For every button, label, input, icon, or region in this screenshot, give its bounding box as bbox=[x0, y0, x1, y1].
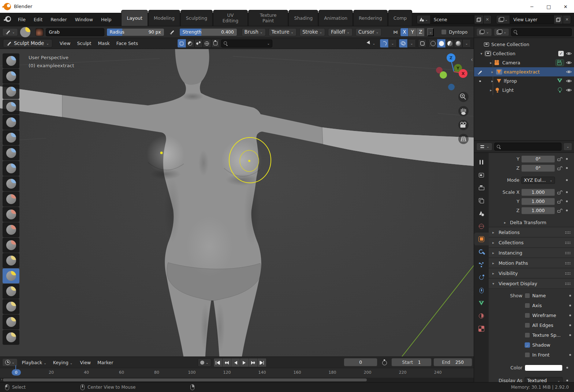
playhead[interactable] bbox=[15, 365, 16, 371]
properties-tab[interactable] bbox=[474, 233, 489, 245]
outliner-row[interactable]: ▾ Collection ✓ bbox=[474, 49, 574, 58]
paint-symmetry-icon[interactable] bbox=[194, 39, 203, 48]
mode-selector[interactable]: Sculpt Mode ⌄ bbox=[3, 39, 52, 48]
outliner-search-input[interactable] bbox=[511, 28, 572, 36]
previous-keyframe-button[interactable] bbox=[223, 358, 231, 367]
properties-tab[interactable] bbox=[474, 169, 489, 181]
timeline-menu-dropdown[interactable]: Playback ⌄ bbox=[19, 358, 49, 367]
animate-decorator[interactable] bbox=[565, 367, 569, 369]
show-gizmo-toggle[interactable] bbox=[380, 39, 388, 48]
popover-button[interactable]: Cursor⌄ bbox=[355, 28, 381, 36]
workspace-tab[interactable]: Sculpting bbox=[180, 10, 213, 26]
outliner-filter-button[interactable]: ⌄ bbox=[494, 28, 510, 36]
lock-icon[interactable] bbox=[557, 208, 563, 213]
properties-tab[interactable] bbox=[474, 309, 489, 322]
display-option-checkbox[interactable]: ✓ bbox=[525, 332, 530, 338]
brush-texture-thumbnail[interactable] bbox=[36, 28, 44, 36]
end-frame-field[interactable]: End250 bbox=[433, 358, 472, 366]
display-option-checkbox[interactable]: ✓ bbox=[525, 323, 530, 328]
minimize-button[interactable]: ─ bbox=[523, 0, 540, 13]
view-layer-remove-button[interactable]: ✕ bbox=[563, 15, 571, 24]
sculpt-tool-button[interactable] bbox=[3, 53, 19, 68]
view-layer-copy-button[interactable] bbox=[554, 15, 563, 24]
sculpt-tool-button[interactable] bbox=[3, 84, 19, 99]
properties-tab[interactable] bbox=[474, 258, 489, 271]
disclosure-triangle-icon[interactable]: ▸ bbox=[490, 70, 495, 74]
sculpt-tool-button[interactable] bbox=[3, 207, 19, 222]
animate-decorator[interactable] bbox=[568, 314, 572, 316]
outliner-editor-type-button[interactable]: ⌄ bbox=[476, 28, 492, 36]
rotation-mode-dropdown[interactable]: XYZ Eul...⌄ bbox=[521, 177, 555, 184]
properties-tab[interactable] bbox=[474, 181, 489, 194]
outliner-row[interactable]: ▸ Light bbox=[474, 86, 574, 95]
display-option-checkbox[interactable]: ✓ bbox=[525, 313, 530, 318]
timeline-ruler[interactable]: 0 20 40 60 80 100 bbox=[0, 368, 474, 378]
delta-transform-subpanel[interactable]: ▸Delta Transform bbox=[489, 218, 574, 227]
display-option-checkbox[interactable]: ✓ bbox=[525, 342, 530, 348]
viewport-search-input[interactable]: ⌄ bbox=[221, 39, 272, 48]
panel-header[interactable]: ▸Motion Paths bbox=[489, 258, 574, 268]
sculpt-tool-button[interactable] bbox=[3, 192, 19, 207]
sculpt-tool-button[interactable] bbox=[3, 99, 19, 114]
menu-item[interactable]: File bbox=[14, 15, 30, 24]
sculpt-tool-button[interactable] bbox=[3, 299, 19, 314]
snapping-icon[interactable] bbox=[203, 39, 211, 48]
properties-search-input[interactable] bbox=[494, 143, 562, 151]
viewport-menu-item[interactable]: Sculpt bbox=[74, 39, 94, 48]
rotation-value-field[interactable]: 0° bbox=[521, 155, 555, 163]
animate-decorator[interactable] bbox=[568, 305, 572, 306]
select-tweak-icon[interactable] bbox=[178, 39, 186, 48]
jump-to-start-button[interactable] bbox=[214, 358, 223, 367]
visibility-eye-icon[interactable] bbox=[566, 69, 572, 74]
symmetry-axis-button[interactable]: Z bbox=[417, 28, 425, 36]
show-overlays-toggle[interactable] bbox=[399, 39, 407, 48]
zoom-button[interactable] bbox=[458, 92, 469, 102]
properties-tab[interactable] bbox=[474, 297, 489, 309]
lock-icon[interactable] bbox=[557, 166, 563, 170]
drag-grip-icon[interactable] bbox=[565, 252, 571, 254]
shading-solid-button[interactable] bbox=[437, 39, 446, 48]
sculpt-tool-button[interactable] bbox=[3, 253, 19, 268]
next-keyframe-button[interactable] bbox=[249, 358, 258, 367]
menu-item[interactable]: Help bbox=[97, 15, 116, 24]
close-button[interactable]: ✕ bbox=[557, 0, 574, 13]
collapse-panel-icon[interactable]: ‹ bbox=[471, 56, 473, 63]
sculpt-tool-button[interactable] bbox=[3, 330, 19, 345]
properties-tab[interactable] bbox=[474, 322, 489, 335]
workspace-tab[interactable]: Layout bbox=[121, 10, 148, 26]
jump-to-end-button[interactable] bbox=[258, 358, 266, 367]
pivot-point-icon[interactable] bbox=[186, 39, 194, 48]
play-button[interactable] bbox=[240, 358, 249, 367]
scale-value-field[interactable]: 1.000 bbox=[521, 189, 555, 196]
disclosure-triangle-icon[interactable]: ▾ bbox=[479, 52, 484, 56]
visibility-eye-icon[interactable] bbox=[566, 88, 572, 93]
menu-item[interactable]: Render bbox=[46, 15, 71, 24]
sculpt-tool-button[interactable] bbox=[3, 314, 19, 329]
visibility-eye-icon[interactable] bbox=[566, 51, 572, 56]
animate-decorator[interactable] bbox=[568, 324, 572, 326]
animate-decorator[interactable] bbox=[564, 167, 569, 169]
animate-decorator[interactable] bbox=[564, 191, 569, 193]
properties-filter-dropdown[interactable]: ⌄ bbox=[563, 143, 572, 151]
panel-header[interactable]: ▸Relations bbox=[489, 227, 574, 237]
popover-button[interactable]: Stroke⌄ bbox=[299, 28, 325, 36]
sculpt-tool-button[interactable] bbox=[3, 146, 19, 161]
disclosure-triangle-icon[interactable]: ▸ bbox=[490, 79, 495, 83]
current-frame-field[interactable]: 0 bbox=[344, 358, 377, 366]
drag-grip-icon[interactable] bbox=[565, 262, 571, 264]
lock-icon[interactable] bbox=[557, 190, 563, 195]
shading-material-button[interactable] bbox=[446, 39, 454, 48]
animate-decorator[interactable] bbox=[564, 179, 569, 181]
animate-decorator[interactable] bbox=[564, 200, 569, 202]
drag-grip-icon[interactable] bbox=[565, 241, 571, 244]
sculpt-tool-button[interactable] bbox=[3, 161, 19, 176]
properties-tab[interactable] bbox=[474, 284, 489, 297]
visibility-eye-icon[interactable] bbox=[566, 79, 572, 83]
strength-slider[interactable]: Strength 0.400 bbox=[179, 28, 237, 36]
scale-value-field[interactable]: 1.000 bbox=[521, 207, 555, 214]
drag-grip-icon[interactable] bbox=[565, 231, 571, 234]
display-option-checkbox[interactable]: ✓ bbox=[525, 352, 530, 358]
workspace-tab[interactable]: Rendering bbox=[353, 10, 388, 26]
sculpt-tool-button[interactable] bbox=[3, 176, 19, 191]
collection-checkbox[interactable]: ✓ bbox=[558, 51, 564, 56]
